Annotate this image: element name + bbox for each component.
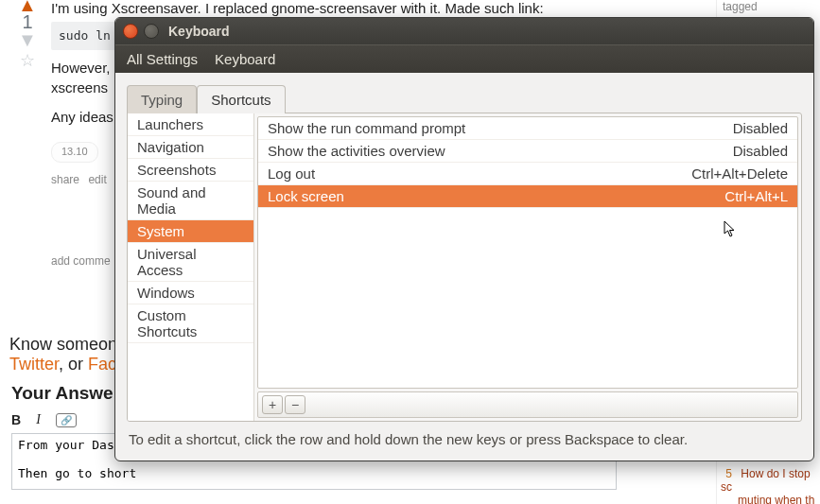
window-title: Keyboard — [168, 24, 230, 39]
code-block: sudo ln — [51, 22, 118, 50]
shortcut-key: Ctrl+Alt+Delete — [691, 165, 788, 182]
shortcut-label: Log out — [268, 165, 315, 182]
close-icon[interactable] — [123, 24, 138, 39]
category-item[interactable]: Navigation — [128, 136, 253, 159]
downvote-icon[interactable]: ▼ — [13, 35, 42, 44]
keyboard-settings-window: Keyboard All Settings Keyboard Typing Sh… — [114, 17, 814, 461]
shortcut-toolbar: + − — [257, 391, 798, 418]
tab-typing[interactable]: Typing — [127, 85, 197, 113]
breadcrumb-keyboard[interactable]: Keyboard — [215, 51, 275, 67]
tab-strip: Typing Shortcuts — [115, 73, 813, 113]
category-item[interactable]: System — [128, 220, 253, 243]
question-line: I'm using Xscreensaver. I replaced gnome… — [51, 0, 811, 18]
share-prompt-text: Know someon — [9, 335, 117, 354]
category-item[interactable]: Custom Shortcuts — [128, 304, 253, 343]
share-prompt: Know someon Twitter, or Fac — [9, 335, 117, 374]
link-button[interactable]: 🔗 — [56, 413, 77, 427]
window-titlebar[interactable]: Keyboard — [115, 18, 813, 44]
twitter-link[interactable]: Twitter — [9, 355, 59, 374]
category-item[interactable]: Sound and Media — [128, 182, 253, 220]
editor-toolbar: B I 🔗 — [11, 412, 77, 427]
add-shortcut-button[interactable]: + — [262, 395, 283, 414]
tag-chip[interactable]: 13.10 — [51, 142, 98, 162]
minimize-icon[interactable] — [144, 24, 159, 39]
favorite-icon[interactable]: ☆ — [13, 50, 42, 71]
shortcut-key: Disabled — [733, 143, 788, 159]
hot-question-score: 5 — [721, 467, 732, 480]
category-item[interactable]: Windows — [128, 282, 253, 304]
breadcrumb-all-settings[interactable]: All Settings — [127, 51, 198, 67]
shortcut-row[interactable]: Lock screenCtrl+Alt+L — [258, 185, 797, 208]
facebook-link[interactable]: Fac — [88, 355, 116, 374]
hot-question-link[interactable]: How do I stop sc muting when th locked? — [721, 467, 814, 504]
category-item[interactable]: Screenshots — [128, 159, 253, 182]
breadcrumb: All Settings Keyboard — [115, 44, 813, 73]
share-link[interactable]: share — [51, 173, 79, 186]
shortcut-row[interactable]: Show the activities overviewDisabled — [258, 140, 797, 163]
shortcut-key: Ctrl+Alt+L — [724, 188, 788, 204]
shortcut-row[interactable]: Log outCtrl+Alt+Delete — [258, 163, 797, 185]
italic-button[interactable]: I — [36, 412, 41, 427]
shortcut-list: Show the run command promptDisabledShow … — [257, 116, 798, 389]
shortcut-label: Show the run command prompt — [268, 120, 465, 136]
hint-text: To edit a shortcut, click the row and ho… — [115, 424, 813, 461]
shortcut-row[interactable]: Show the run command promptDisabled — [258, 117, 797, 140]
shortcuts-panel: LaunchersNavigationScreenshotsSound and … — [127, 113, 802, 422]
vote-column: ▲ 1 ▼ ☆ — [13, 0, 42, 71]
tagged-heading: tagged — [723, 0, 820, 13]
shortcut-label: Lock screen — [268, 188, 344, 204]
your-answer-heading: Your Answe — [11, 383, 113, 404]
category-item[interactable]: Universal Access — [128, 243, 253, 282]
hot-question[interactable]: 5 How do I stop sc muting when th locked… — [721, 467, 820, 504]
edit-link[interactable]: edit — [88, 173, 106, 186]
upvote-icon[interactable]: ▲ — [13, 0, 42, 9]
remove-shortcut-button[interactable]: − — [285, 395, 305, 414]
category-list: LaunchersNavigationScreenshotsSound and … — [128, 113, 254, 421]
category-item[interactable]: Launchers — [128, 113, 253, 136]
tab-shortcuts[interactable]: Shortcuts — [197, 85, 285, 113]
bold-button[interactable]: B — [11, 412, 21, 427]
shortcut-label: Show the activities overview — [268, 143, 445, 159]
shortcut-area: Show the run command promptDisabledShow … — [254, 113, 801, 421]
shortcut-key: Disabled — [733, 120, 788, 136]
